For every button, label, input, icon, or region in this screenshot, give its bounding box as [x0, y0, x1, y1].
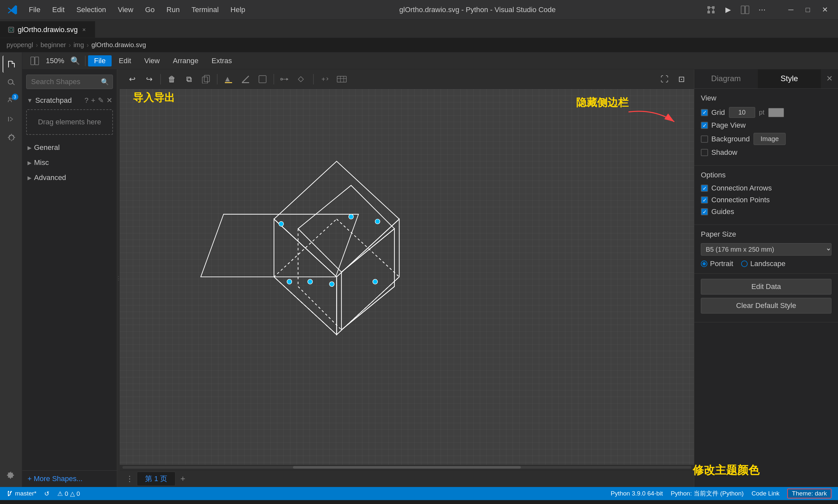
reset-view-button[interactable]: ⊡ [674, 72, 689, 86]
shape-group-general[interactable]: ▶ General [22, 140, 117, 155]
maximize-button[interactable]: □ [801, 3, 815, 16]
waypoint-button[interactable] [295, 72, 309, 86]
python-label-status[interactable]: Python: 当前文件 (Python) [671, 489, 744, 498]
more-shapes-button[interactable]: + More Shapes... [22, 470, 117, 487]
drawio-arrange-menu[interactable]: Arrange [167, 55, 204, 67]
toolbar-row: ↩ ↪ 🗑 ⧉ [120, 69, 694, 89]
breadcrumb-img[interactable]: img [73, 41, 84, 49]
activity-search[interactable] [3, 74, 20, 91]
theme-status[interactable]: Theme: dark [787, 489, 832, 499]
landscape-radio[interactable] [741, 260, 748, 267]
breadcrumb-root[interactable]: pyopengl [6, 41, 33, 49]
sync-status[interactable]: ↺ [44, 490, 50, 498]
split-editor-button[interactable] [738, 3, 752, 16]
python-version-status[interactable]: Python 3.9.0 64-bit [610, 490, 663, 497]
python-version: Python 3.9.0 64-bit [610, 490, 663, 497]
connection-points-checkbox[interactable]: ✓ [701, 196, 708, 203]
edit-data-button[interactable]: Edit Data [701, 279, 832, 294]
guides-checkbox[interactable]: ✓ [701, 208, 708, 215]
menu-edit[interactable]: Edit [47, 4, 70, 15]
add-page-button[interactable]: + [177, 473, 189, 485]
breadcrumb-file[interactable]: glOrtho.drawio.svg [91, 41, 146, 49]
menu-selection[interactable]: Selection [71, 4, 111, 15]
style-tab[interactable]: Style [758, 69, 821, 88]
canvas-grid[interactable]: 隐藏侧边栏 导入导出 [120, 89, 694, 465]
shape-group-advanced[interactable]: ▶ Advanced [22, 170, 117, 185]
scrollbar-track[interactable] [122, 466, 691, 469]
breadcrumb-beginner[interactable]: beginner [40, 41, 66, 49]
drawio-edit-menu[interactable]: Edit [113, 55, 137, 67]
search-shapes-input[interactable] [26, 75, 113, 89]
activity-settings[interactable] [3, 467, 20, 484]
shape-button[interactable] [255, 72, 270, 86]
menu-view[interactable]: View [113, 4, 139, 15]
grid-checkbox[interactable]: ✓ [701, 109, 708, 116]
activity-extensions[interactable] [3, 129, 20, 146]
scratchpad-add[interactable]: + [91, 96, 95, 105]
resize-handle[interactable]: ⋮ [117, 69, 120, 487]
portrait-wrapper: Portrait [701, 259, 733, 268]
menu-terminal[interactable]: Terminal [186, 4, 224, 15]
guides-check: ✓ [702, 209, 707, 215]
scratchpad-help[interactable]: ? [85, 96, 88, 105]
canvas-area: ↩ ↪ 🗑 ⧉ [120, 69, 694, 487]
page-tab-1[interactable]: 第 1 页 [137, 472, 176, 486]
scratchpad-drop-zone[interactable]: Drag elements here [26, 109, 113, 135]
drawio-extras-menu[interactable]: Extras [206, 55, 238, 67]
copy-button[interactable] [199, 72, 213, 86]
portrait-radio[interactable] [701, 260, 707, 267]
redo-button[interactable]: ↪ [142, 72, 157, 86]
branch-status[interactable]: master* [6, 490, 36, 497]
run-button[interactable]: ▶ [721, 3, 734, 16]
fullscreen-button[interactable]: ⛶ [657, 72, 672, 86]
more-actions-button[interactable]: ⋯ [755, 3, 769, 16]
undo-button[interactable]: ↩ [125, 72, 140, 86]
menu-help[interactable]: Help [225, 4, 250, 15]
scrollbar-thumb[interactable] [293, 466, 520, 469]
file-tab[interactable]: glOrtho.drawio.svg × [0, 21, 95, 38]
panel-close-button[interactable]: ✕ [821, 69, 838, 88]
branch-icon [6, 490, 13, 497]
shadow-checkbox[interactable] [701, 149, 708, 156]
general-chevron: ▶ [28, 145, 32, 151]
background-checkbox-wrapper: Background [701, 135, 750, 143]
connection-button[interactable] [278, 72, 292, 86]
drawio-view-menu[interactable]: View [139, 55, 166, 67]
menu-go[interactable]: Go [140, 4, 160, 15]
tab-close-button[interactable]: × [81, 26, 87, 34]
background-checkbox[interactable] [701, 136, 708, 143]
paper-size-select[interactable]: B5 (176 mm x 250 mm) [701, 243, 832, 256]
code-link-status[interactable]: Code Link [752, 490, 780, 497]
minimize-button[interactable]: ─ [784, 3, 798, 16]
delete-button[interactable]: 🗑 [165, 72, 179, 86]
duplicate-button[interactable]: ⧉ [182, 72, 196, 86]
errors-status[interactable]: ⚠ 0 △ 0 [57, 490, 80, 498]
drawio-file-menu[interactable]: File [88, 55, 111, 67]
menu-file[interactable]: File [23, 4, 46, 15]
insert-button[interactable]: + [318, 72, 332, 86]
diagram-tab[interactable]: Diagram [694, 69, 758, 88]
scratchpad-close[interactable]: ✕ [106, 96, 112, 105]
scratchpad-edit[interactable]: ✎ [98, 96, 104, 105]
grid-color-picker[interactable] [768, 108, 784, 117]
zoom-search-icon[interactable]: 🔍 [68, 54, 83, 68]
grid-value-input[interactable] [729, 107, 755, 118]
clear-default-style-button[interactable]: Clear Default Style [701, 298, 832, 313]
menu-run[interactable]: Run [161, 4, 185, 15]
activity-explorer[interactable] [3, 56, 20, 73]
line-color-button[interactable] [238, 72, 253, 86]
connection-points-row: ✓ Connection Points [701, 196, 832, 204]
background-label: Background [711, 135, 750, 143]
connection-arrows-checkbox[interactable]: ✓ [701, 184, 708, 192]
page-tab-menu-btn[interactable]: ⋮ [124, 473, 136, 485]
close-button[interactable]: ✕ [818, 3, 832, 16]
pageview-checkbox[interactable]: ✓ [701, 122, 708, 129]
shape-group-misc[interactable]: ▶ Misc [22, 155, 117, 170]
fill-button[interactable] [221, 72, 236, 86]
activity-source-control[interactable]: 3 [3, 92, 20, 109]
canvas-scrollbar[interactable] [120, 465, 694, 470]
layout-toggle[interactable] [28, 54, 42, 68]
activity-run-debug[interactable] [3, 111, 20, 128]
table-button[interactable] [335, 72, 349, 86]
image-button[interactable]: Image [753, 133, 786, 145]
